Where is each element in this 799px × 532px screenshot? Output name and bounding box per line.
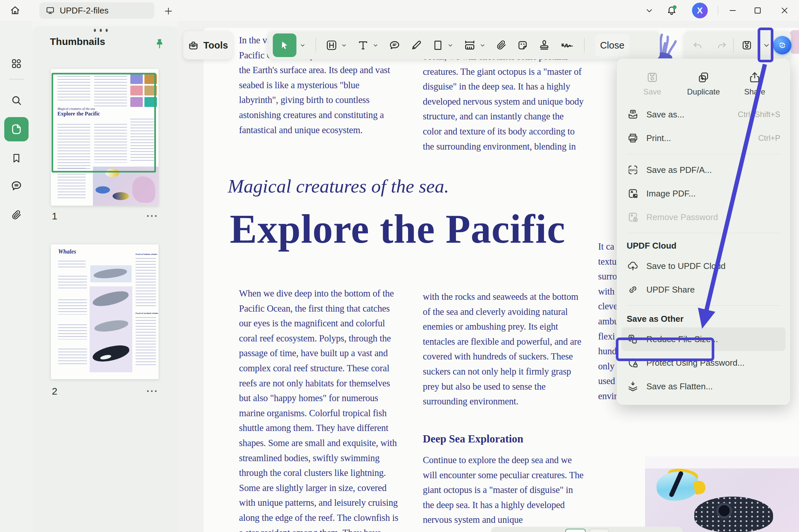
quick-duplicate-button[interactable]: Duplicate [682,71,725,96]
doc-heading-deep-sea: Deep Sea Exploration [423,433,523,445]
chevron-down-icon [762,41,771,50]
tab-title: UPDF-2-files [60,5,109,16]
pointer-tool-button[interactable] [273,34,296,57]
mini-heading-2: Food of toothed whales [135,312,158,315]
doc-column1-main: When we dive deep into the bottom of the… [239,286,398,532]
thumbnail-page-2[interactable]: Whales Food of baleen whales Food of too… [51,244,159,379]
stamp-tool[interactable] [538,39,550,52]
signature-icon [560,39,575,52]
text-icon [357,39,369,52]
chevron-down-icon[interactable] [340,42,348,49]
close-toolbar-button[interactable]: Close [595,34,629,56]
stamp-icon [538,39,550,52]
close-window-button[interactable] [778,5,791,16]
menu-item-save-as[interactable]: Save as... Ctrl+Shift+S [617,103,790,126]
pencil-tool[interactable] [410,39,422,52]
menu-section-updf-cloud: UPDF Cloud [617,237,790,254]
chevron-down-icon[interactable] [372,42,379,49]
page-1-options-button[interactable] [147,215,157,217]
duplicate-icon [697,71,710,84]
flatten-icon [627,380,639,393]
search-button[interactable] [10,94,23,107]
chevron-down-icon[interactable] [447,42,454,49]
shape-tool[interactable] [432,39,454,52]
comment-bubble-icon [10,179,23,192]
comment-tool[interactable] [388,39,401,52]
home-button[interactable] [7,3,23,18]
redo-button[interactable] [716,39,728,51]
undo-button[interactable] [692,39,704,51]
toolbox-icon [187,39,199,51]
minimize-button[interactable] [726,5,739,16]
attach-tool[interactable] [495,39,507,51]
menu-item-protect-using-password[interactable]: Protect Using Password... [617,351,790,375]
menu-item-remove-password[interactable]: Remove Password [617,205,790,229]
save-menu-dropdown-button[interactable] [761,39,773,51]
heading-icon [325,39,338,52]
menu-item-save-to-updf-cloud[interactable]: Save to UPDF Cloud [617,254,790,278]
home-icon [10,5,21,16]
left-icon-rail [0,21,33,532]
mini-title-2: Whales [58,248,76,255]
bottom-toolbar-partial[interactable] [491,527,683,532]
panel-title: Thumbnails [50,36,105,47]
link-icon [627,283,639,296]
doc-column2-main: with the rocks and seaweeds at the botto… [423,289,581,409]
pufferfish [694,497,773,532]
bottom-green-button[interactable] [565,529,586,532]
share-icon [748,71,761,84]
remove-password-icon [627,211,639,223]
bookmarks-button[interactable] [10,152,23,165]
heading-tool[interactable] [325,39,348,52]
bookmark-icon [11,152,22,164]
menu-item-print[interactable]: Print... Ctrl+P [617,126,790,150]
menu-item-save-as-pdfa[interactable]: PDF/A Save as PDF/A... [617,158,790,182]
new-tab-button[interactable] [163,6,174,16]
select-tool[interactable] [273,34,306,57]
thumbnails-panel-button[interactable] [4,117,29,141]
ai-assistant-button[interactable] [773,36,792,54]
save-mini-toolbar [685,31,791,59]
signature-tool[interactable] [560,39,575,52]
measure-tool[interactable] [463,39,486,52]
quick-share-button[interactable]: Share [733,71,776,96]
quick-save-button[interactable]: Save [631,71,674,96]
text-tool[interactable] [357,39,379,52]
chevron-down-icon[interactable] [479,42,486,49]
collapse-toolbar-button[interactable] [643,5,656,16]
menu-item-image-pdf[interactable]: Image PDF... [617,182,790,205]
save-button[interactable] [741,39,753,51]
attachments-button[interactable] [10,209,23,222]
fish-photo [645,468,799,532]
pin-icon[interactable] [153,38,165,50]
tools-button[interactable]: Tools [183,31,232,59]
image-pdf-icon [627,187,639,200]
sticker-tool[interactable] [516,39,529,52]
comments-button[interactable] [10,179,23,192]
menu-item-reduce-file-size[interactable]: Reduce File Size... [621,327,785,351]
menu-item-save-as-flatten[interactable]: Save as Flatten... [617,375,790,398]
page-2-options-button[interactable] [147,390,157,392]
menu-item-updf-share[interactable]: UPDF Share [617,278,790,301]
maximize-icon [753,6,762,15]
close-icon [780,6,789,15]
reduce-size-icon [627,333,639,345]
coral-decoration [790,30,799,54]
maximize-button[interactable] [751,5,764,16]
rail-divider [9,79,24,80]
photo-top-strip [645,457,799,468]
thumbnail-page-1[interactable]: Magical creatures of the sea. Explore th… [51,69,159,206]
redo-icon [716,40,727,51]
menu-section-save-as-other: Save as Other [617,310,790,327]
doc-column2-top: ocean, we will encounter some peculiarcr… [423,49,584,154]
apps-grid-button[interactable] [10,57,23,70]
panel-drag-handle[interactable] [94,29,108,32]
notifications-button[interactable] [665,5,678,16]
save-dropdown-menu: Save Duplicate Share Save as... Ctrl+Shi… [617,58,791,405]
chevron-down-icon[interactable] [299,42,306,49]
document-tab[interactable]: UPDF-2-files [39,2,154,19]
doc-column3-fragments: It catextusurrowithcleveambuflexihundonl… [598,239,619,404]
bottom-gray-button[interactable] [589,529,609,532]
avatar[interactable]: X [692,3,708,18]
search-icon [10,94,23,107]
